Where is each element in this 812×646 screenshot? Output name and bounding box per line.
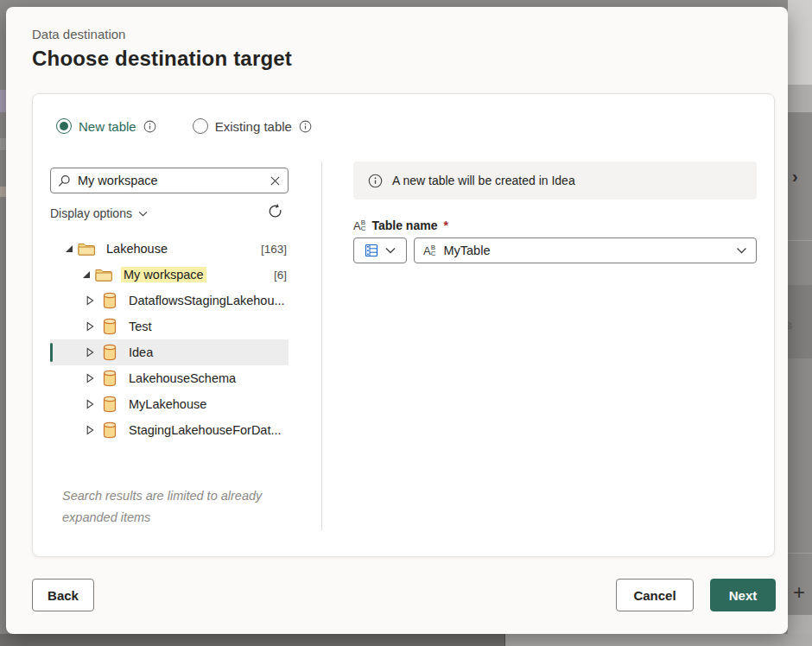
info-banner-text: A new table will be created in Idea <box>392 174 575 187</box>
panel-divider <box>321 162 322 530</box>
radio-unselected-icon <box>193 118 208 134</box>
caret-collapsed-icon[interactable] <box>86 373 94 383</box>
caret-collapsed-icon[interactable] <box>86 321 94 332</box>
tree-node-label: StagingLakehouseForDat... <box>129 423 282 437</box>
caret-collapsed-icon[interactable] <box>86 295 94 306</box>
table-name-label-row: Table name * <box>353 218 448 233</box>
table-mode-radio-group: New table Existing table <box>56 118 312 134</box>
radio-existing-table[interactable]: Existing table <box>193 118 312 134</box>
radio-selected-icon <box>56 118 72 134</box>
tree-node-my-workspace[interactable]: My workspace [6] <box>50 262 289 288</box>
next-button[interactable]: Next <box>710 579 776 611</box>
chevron-down-icon <box>138 211 148 217</box>
info-icon[interactable] <box>143 120 156 133</box>
tree-node-lakehouse[interactable]: Lakehouse [163] <box>50 236 289 262</box>
lakehouse-cylinder-icon <box>102 421 117 439</box>
radio-new-table-label: New table <box>79 119 136 134</box>
background-divider <box>788 240 812 241</box>
tree-node-label: DataflowsStagingLakehou... <box>129 294 285 307</box>
background-divider <box>788 553 812 554</box>
column-type-dropdown[interactable] <box>353 238 407 263</box>
caret-collapsed-icon[interactable] <box>86 347 94 358</box>
abc-text-type-icon <box>423 243 435 258</box>
tree-node-lakehouseschema[interactable]: LakehouseSchema <box>50 365 289 391</box>
background-divider <box>504 634 505 646</box>
chevron-down-icon <box>385 247 396 254</box>
tree-node-count: [6] <box>274 269 287 282</box>
background-app-strip <box>0 138 6 150</box>
folder-icon <box>78 242 95 256</box>
lakehouse-cylinder-icon <box>102 292 117 309</box>
dialog-eyebrow: Data destination <box>32 27 125 41</box>
tree-node-label: LakehouseSchema <box>129 371 236 385</box>
lakehouse-cylinder-icon <box>102 318 117 335</box>
tree-node-label: Idea <box>129 345 153 359</box>
refresh-icon <box>268 204 283 219</box>
background-app-strip <box>788 0 812 85</box>
tree-node-label: MyLakehouse <box>129 397 206 411</box>
caret-expanded-icon[interactable] <box>66 245 73 252</box>
search-value: My workspace <box>78 174 263 187</box>
background-scrollbar <box>505 634 812 646</box>
tree-node-count: [163] <box>261 243 287 256</box>
tree-node-dataflows-staging[interactable]: DataflowsStagingLakehou... <box>50 288 289 314</box>
tree-node-test[interactable]: Test <box>50 314 289 339</box>
chevron-down-icon <box>736 247 747 254</box>
background-chevron-glyph: › <box>792 167 798 187</box>
tree-node-label-search-match: My workspace <box>121 267 206 282</box>
table-name-label: Table name <box>371 218 437 232</box>
info-icon[interactable] <box>299 120 312 133</box>
back-button[interactable]: Back <box>32 579 94 611</box>
display-options-dropdown[interactable]: Display options <box>50 206 148 220</box>
selection-indicator-bar <box>50 343 53 362</box>
search-icon <box>58 174 71 187</box>
tree-node-label: Lakehouse <box>106 242 168 256</box>
back-button-label: Back <box>48 588 79 603</box>
destination-card: New table Existing table My workspace <box>32 93 775 557</box>
abc-text-type-icon <box>353 218 365 233</box>
background-plus-glyph: + <box>793 580 805 605</box>
tree-node-label: Test <box>129 320 152 333</box>
tree-node-idea-selected[interactable]: Idea <box>50 339 289 365</box>
background-app-strip <box>788 615 812 634</box>
tree-node-staging-lakehouse[interactable]: StagingLakehouseForDat... <box>50 417 289 443</box>
background-app-strip <box>0 90 6 112</box>
radio-existing-table-label: Existing table <box>215 119 292 134</box>
lakehouse-cylinder-icon <box>102 370 117 387</box>
radio-new-table[interactable]: New table <box>56 118 156 134</box>
cancel-button-label: Cancel <box>633 588 676 603</box>
caret-expanded-icon[interactable] <box>83 271 90 278</box>
caret-collapsed-icon[interactable] <box>86 425 94 435</box>
table-name-value: MyTable <box>443 244 728 257</box>
background-statusbar <box>0 634 505 646</box>
display-options-label: Display options <box>50 206 132 220</box>
next-button-label: Next <box>729 588 758 603</box>
table-name-combobox[interactable]: MyTable <box>414 238 757 263</box>
lakehouse-cylinder-icon <box>102 396 117 413</box>
table-icon <box>365 244 378 257</box>
data-destination-dialog: Data destination Choose destination targ… <box>6 7 788 634</box>
tree-node-mylakehouse[interactable]: MyLakehouse <box>50 391 289 417</box>
clear-icon[interactable] <box>270 175 281 187</box>
info-icon <box>368 174 383 188</box>
info-banner: A new table will be created in Idea <box>353 162 757 200</box>
search-limit-note: Search results are limited to already ex… <box>62 485 271 529</box>
refresh-button[interactable] <box>265 201 286 222</box>
caret-collapsed-icon[interactable] <box>86 399 94 409</box>
lakehouse-cylinder-icon <box>102 344 117 361</box>
folder-icon <box>95 268 112 282</box>
background-app-strip <box>0 187 6 197</box>
workspace-search-input[interactable]: My workspace <box>50 168 289 193</box>
background-app-strip <box>788 85 812 112</box>
cancel-button[interactable]: Cancel <box>616 579 694 611</box>
dialog-title: Choose destination target <box>32 47 292 71</box>
required-asterisk: * <box>443 218 447 232</box>
